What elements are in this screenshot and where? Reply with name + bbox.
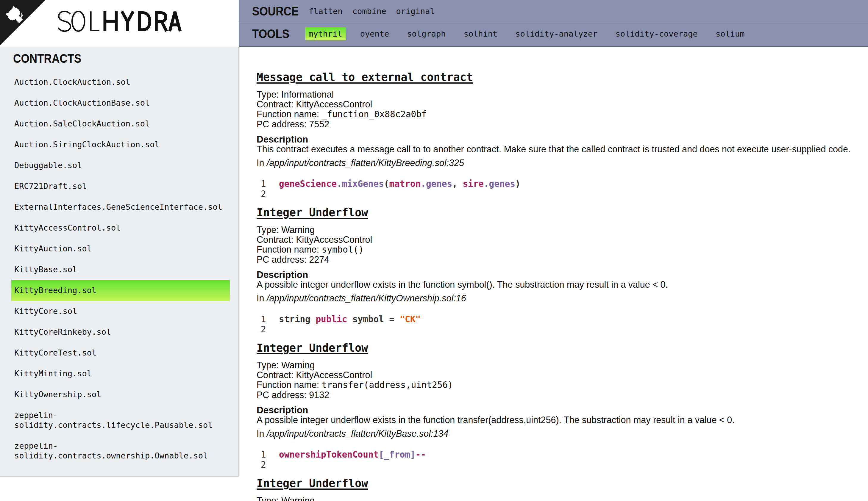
tools-label-box: TOOLS (252, 26, 309, 41)
code-token: public (316, 314, 347, 324)
line-number: 2 (261, 324, 271, 334)
code-token: .genes (421, 179, 452, 189)
tool-item-solgraph[interactable]: solgraph (404, 28, 449, 40)
code-text: geneScience.mixGenes(matron.genes, sire.… (279, 179, 520, 189)
github-corner-link[interactable] (0, 0, 45, 46)
issue-title: Integer Underflow (257, 342, 856, 354)
code-line: 1ownershipTokenCount[_from]-- (261, 449, 856, 460)
meta-row: PC address: 2274 (257, 255, 856, 265)
contract-item[interactable]: KittyCore.sol (11, 306, 230, 316)
contract-item[interactable]: Auction.SaleClockAuction.sol (11, 119, 230, 129)
code-token: matron (389, 179, 421, 189)
tool-item-solidity-analyzer[interactable]: solidity-analyzer (512, 28, 601, 40)
meta-value: 7552 (309, 119, 329, 129)
description-title: Description (257, 270, 856, 280)
meta-label: PC address: (257, 390, 309, 400)
meta-value: Informational (281, 89, 334, 99)
location-line: In /app/input/contracts_flatten/KittyBre… (257, 158, 856, 168)
code-token: .genes (484, 179, 515, 189)
meta-label: PC address: (257, 119, 309, 129)
meta-row: Type: Warning (257, 225, 856, 235)
meta-value: KittyAccessControl (296, 234, 372, 245)
meta-row: PC address: 9132 (257, 390, 856, 400)
meta-row: Function name: transfer(address,uint256) (257, 380, 856, 390)
issue-meta: Type: WarningContract: KittyAccessContro… (257, 360, 856, 400)
contract-item[interactable]: Auction.ClockAuction.sol (11, 77, 230, 87)
report: Message call to external contractType: I… (239, 47, 868, 501)
source-items: flattencombineoriginal (309, 6, 445, 16)
code-snippet: 1geneScience.mixGenes(matron.genes, sire… (261, 179, 856, 199)
code-token: .mixGenes (337, 179, 384, 189)
location-prefix: In (257, 428, 267, 438)
meta-value: 9132 (309, 390, 329, 400)
contract-item[interactable]: KittyCoreRinkeby.sol (11, 327, 230, 337)
code-line: 2 (261, 324, 856, 334)
tool-item-oyente[interactable]: oyente (357, 28, 393, 40)
tool-item-solium[interactable]: solium (712, 28, 748, 40)
location-prefix: In (257, 158, 267, 168)
line-number: 1 (261, 449, 271, 460)
tool-item-mythril[interactable]: mythril (305, 28, 346, 40)
meta-row: Function name: _function_0x88c2a0bf (257, 109, 856, 119)
contract-item[interactable]: KittyBreeding.sol (11, 280, 230, 301)
meta-label: PC address: (257, 254, 309, 265)
code-token: string (279, 314, 316, 324)
code-token: "CK" (400, 314, 421, 324)
code-snippet: 1string public symbol = "CK"2 (261, 314, 856, 334)
meta-label: Function name: (257, 109, 322, 119)
tools-items: mythriloyentesolgraphsolhintsolidity-ana… (305, 28, 759, 40)
report-section: Integer UnderflowType: Warning (257, 477, 856, 501)
meta-label: Contract: (257, 99, 296, 109)
description-text: This contract executes a message call to… (257, 144, 856, 154)
contract-item[interactable]: KittyAccessControl.sol (11, 223, 230, 233)
tool-item-solhint[interactable]: solhint (460, 28, 501, 40)
meta-row: Contract: KittyAccessControl (257, 99, 856, 109)
code-token: ownershipTokenCount (279, 449, 379, 460)
contract-item[interactable]: Auction.ClockAuctionBase.sol (11, 98, 230, 108)
code-token: ) (515, 179, 521, 189)
contract-list: Auction.ClockAuction.solAuction.ClockAuc… (11, 77, 230, 460)
sidebar: CONTRACTS Auction.ClockAuction.solAuctio… (0, 47, 239, 477)
issue-title: Integer Underflow (257, 477, 856, 490)
contract-item[interactable]: zeppelin-solidity.contracts.lifecycle.Pa… (11, 410, 230, 430)
line-number: 2 (261, 460, 271, 470)
meta-label: Type: (257, 225, 281, 235)
meta-row: PC address: 7552 (257, 119, 856, 129)
line-number: 1 (261, 179, 271, 189)
app-logo (54, 0, 188, 48)
report-section: Integer UnderflowType: WarningContract: … (257, 206, 856, 334)
contract-item[interactable]: Auction.SiringClockAuction.sol (11, 140, 230, 149)
meta-row: Contract: KittyAccessControl (257, 370, 856, 380)
contract-item[interactable]: ExternalInterfaces.GeneScienceInterface.… (11, 202, 230, 212)
sidebar-title: CONTRACTS (13, 52, 204, 65)
source-row: SOURCE flattencombineoriginal (239, 0, 868, 22)
location-line: In /app/input/contracts_flatten/KittyOwn… (257, 294, 856, 303)
description-title: Description (257, 405, 856, 415)
contract-item[interactable]: KittyCoreTest.sol (11, 348, 230, 358)
contract-item[interactable]: KittyOwnership.sol (11, 390, 230, 399)
tools-row: TOOLS mythriloyentesolgraphsolhintsolidi… (239, 22, 868, 45)
contract-item[interactable]: KittyBase.sol (11, 265, 230, 274)
meta-value: _function_0x88c2a0bf (322, 109, 427, 119)
code-token: symbol = (347, 314, 400, 324)
contract-item[interactable]: KittyMinting.sol (11, 369, 230, 379)
description-text: A possible integer underflow exists in t… (257, 280, 856, 289)
issue-meta: Type: WarningContract: KittyAccessContro… (257, 225, 856, 265)
contract-item[interactable]: Debuggable.sol (11, 160, 230, 170)
contract-item[interactable]: zeppelin-solidity.contracts.ownership.Ow… (11, 441, 230, 460)
contract-item[interactable]: ERC721Draft.sol (11, 181, 230, 191)
contract-item[interactable]: KittyAuction.sol (11, 244, 230, 254)
code-line: 2 (261, 460, 856, 470)
issue-meta: Type: Warning (257, 495, 856, 501)
tool-item-solidity-coverage[interactable]: solidity-coverage (612, 28, 701, 40)
source-item-combine[interactable]: combine (352, 6, 387, 16)
source-item-original[interactable]: original (396, 6, 435, 16)
meta-value: Warning (281, 225, 315, 235)
meta-label: Type: (257, 360, 281, 370)
description-title: Description (257, 135, 856, 144)
meta-label: Type: (257, 89, 281, 99)
issue-meta: Type: InformationalContract: KittyAccess… (257, 89, 856, 129)
source-item-flatten[interactable]: flatten (309, 6, 342, 16)
meta-value: KittyAccessControl (296, 370, 372, 380)
code-token: -- (415, 449, 426, 460)
